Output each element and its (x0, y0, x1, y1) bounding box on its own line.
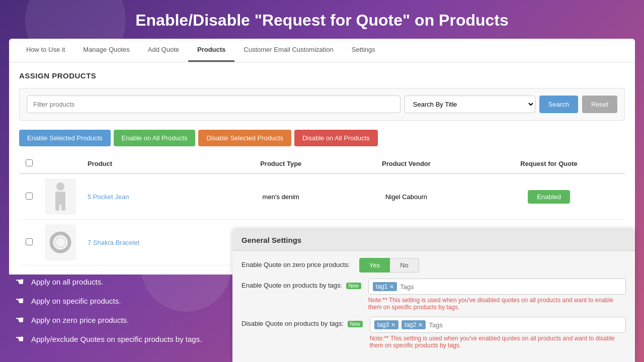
svg-point-5 (55, 237, 65, 247)
search-type-select[interactable]: Search By Title (405, 96, 535, 113)
tab-products[interactable]: Products (188, 39, 234, 62)
settings-control-disable-tags: tag3 ✕ tag2 ✕ Note:** This setting is us… (370, 317, 626, 349)
svg-rect-2 (55, 204, 59, 211)
tab-settings[interactable]: Settings (343, 39, 384, 62)
disable-all-button[interactable]: Disable on All Products (294, 130, 378, 146)
settings-note-enable: Note:** This setting is used when you've… (368, 297, 626, 311)
table-row: 5 Pocket Jean men's denim Nigel Cabourn … (19, 173, 625, 220)
tag-input-enable[interactable]: tag1 ✕ (368, 279, 626, 295)
settings-label-zero-price: Enable Quote on zero price products: (242, 258, 352, 268)
tag-input-disable[interactable]: tag3 ✕ tag2 ✕ (370, 317, 626, 333)
svg-point-4 (51, 233, 69, 251)
page-title: Enable/Disable "Request for Quote" on Pr… (0, 0, 644, 39)
svg-rect-1 (55, 192, 65, 205)
bullet-4: ☚ Apply/exclude Quotes on specific produ… (15, 333, 211, 345)
settings-title: General Settings (232, 230, 635, 251)
product-link-1[interactable]: 5 Pocket Jean (88, 193, 129, 201)
svg-rect-3 (61, 204, 65, 211)
svg-point-0 (56, 183, 64, 191)
settings-note-disable: Note:** This setting is used when you've… (370, 335, 626, 349)
tab-how-to-use[interactable]: How to Use it (17, 39, 74, 62)
bullet-text-2: Apply on specific products. (31, 297, 121, 305)
settings-body: Enable Quote on zero price products: Yes… (232, 251, 635, 362)
tags-input-disable[interactable] (429, 321, 621, 329)
disable-selected-button[interactable]: Disable Selected Products (198, 130, 291, 146)
settings-panel: General Settings Enable Quote on zero pr… (232, 230, 635, 362)
remove-tag2-icon[interactable]: ✕ (418, 322, 423, 328)
tab-bar: How to Use it Manage Quotes Add Quote Pr… (9, 39, 635, 62)
tab-email-customization[interactable]: Customer Email Customization (234, 39, 342, 62)
reset-button[interactable]: Reset (582, 96, 617, 113)
tab-manage-quotes[interactable]: Manage Quotes (74, 39, 139, 62)
search-button[interactable]: Search (539, 96, 578, 113)
arrow-icon-2: ☚ (15, 295, 24, 307)
settings-row-enable-tags: Enable Quote on products by tags: New ta… (242, 279, 626, 311)
enable-selected-button[interactable]: Enable Selected Products (19, 130, 111, 146)
arrow-icon-1: ☚ (15, 276, 24, 288)
bullet-1: ☚ Apply on all products. (15, 276, 211, 288)
col-request-for-quote: Request for Quote (473, 154, 625, 173)
col-product-vendor: Product Vendor (340, 154, 473, 173)
no-button[interactable]: No (390, 258, 419, 273)
settings-control-zero-price: Yes No (359, 258, 626, 273)
bullet-2: ☚ Apply on specific products. (15, 295, 211, 307)
tag-badge-tag1[interactable]: tag1 ✕ (373, 282, 397, 291)
section-title: ASSIGN PRODUCTS (19, 71, 625, 80)
settings-control-enable-tags: tag1 ✕ Note:** This setting is used when… (368, 279, 626, 311)
search-input[interactable] (27, 96, 400, 113)
product-link-2[interactable]: 7 Shakra Bracelet (88, 239, 139, 246)
yes-no-group: Yes No (359, 258, 626, 273)
settings-label-disable-tags: Disable Quote on products by tags: New (242, 317, 363, 327)
tab-add-quote[interactable]: Add Quote (139, 39, 188, 62)
new-badge-2: New (348, 321, 363, 327)
tags-input-enable[interactable] (400, 283, 621, 291)
arrow-icon-4: ☚ (15, 333, 24, 345)
product-type-1: men's denim (222, 173, 340, 220)
select-all-checkbox[interactable] (26, 159, 33, 166)
remove-tag3-icon[interactable]: ✕ (391, 322, 395, 328)
row-checkbox-1[interactable] (26, 193, 33, 200)
bullet-text-4: Apply/exclude Quotes on specific product… (31, 335, 202, 343)
bullet-text-1: Apply on all products. (31, 278, 103, 286)
product-vendor-1: Nigel Cabourn (340, 173, 473, 220)
tag-badge-tag2[interactable]: tag2 ✕ (401, 320, 426, 329)
yes-button[interactable]: Yes (359, 258, 390, 273)
product-image-2 (45, 225, 75, 260)
row-checkbox-2[interactable] (26, 238, 33, 245)
bottom-bullets: ☚ Apply on all products. ☚ Apply on spec… (0, 265, 226, 362)
remove-tag1-icon[interactable]: ✕ (389, 284, 394, 290)
settings-label-enable-tags: Enable Quote on products by tags: New (242, 279, 361, 289)
settings-row-zero-price: Enable Quote on zero price products: Yes… (242, 258, 626, 273)
arrow-icon-3: ☚ (15, 314, 24, 326)
bullet-text-3: Apply on zero price products. (31, 316, 129, 324)
status-button-1[interactable]: Enabled (528, 190, 570, 204)
action-buttons: Enable Selected Products Enable on All P… (19, 130, 625, 146)
new-badge-1: New (346, 283, 361, 289)
tag-badge-tag3[interactable]: tag3 ✕ (374, 320, 398, 329)
search-bar: Search By Title Search Reset (19, 88, 625, 121)
col-product-type: Product Type (222, 154, 340, 173)
settings-row-disable-tags: Disable Quote on products by tags: New t… (242, 317, 626, 349)
col-product: Product (82, 154, 222, 173)
product-image-1 (45, 179, 75, 214)
enable-all-button[interactable]: Enable on All Products (114, 130, 196, 146)
bullet-3: ☚ Apply on zero price products. (15, 314, 211, 326)
